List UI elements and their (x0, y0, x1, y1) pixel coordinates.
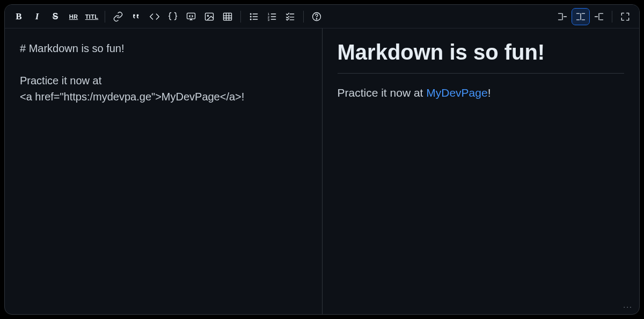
preview-text-before: Practice it now at (338, 86, 427, 99)
svg-rect-3 (224, 13, 232, 20)
title-icon: TITL (85, 13, 98, 20)
pane-right-icon (594, 11, 604, 22)
italic-button[interactable]: I (28, 9, 46, 25)
code-button[interactable] (146, 9, 163, 25)
image-icon (204, 11, 215, 22)
quote-button[interactable] (128, 9, 145, 25)
horizontal-rule-button[interactable]: HR (65, 9, 82, 25)
list-ol-icon: 123 (267, 11, 277, 22)
preview-heading: Markdown is so fun! (338, 40, 625, 74)
editor-pane[interactable]: # Markdown is so fun! Practice it now at… (5, 28, 323, 314)
preview-paragraph: Practice it now at MyDevPage! (338, 86, 625, 99)
svg-rect-1 (206, 13, 214, 20)
toolbar-separator (612, 11, 612, 23)
toolbar-separator (303, 11, 304, 23)
checklist-icon (285, 11, 296, 22)
strikethrough-button[interactable]: S (47, 9, 64, 25)
list-ul-icon (248, 11, 259, 22)
hr-icon: HR (69, 13, 78, 20)
toolbar-separator (105, 11, 105, 23)
strikethrough-icon: S (53, 12, 58, 21)
more-menu-button[interactable]: ··· (621, 301, 635, 312)
table-icon (222, 11, 233, 22)
editor-content[interactable]: # Markdown is so fun! Practice it now at… (20, 40, 307, 105)
quote-icon (131, 11, 142, 22)
split-view-button[interactable] (572, 9, 589, 25)
preview-text-after: ! (488, 86, 491, 99)
code-icon (149, 11, 160, 22)
toolbar-separator (240, 11, 241, 23)
help-button[interactable] (308, 9, 325, 25)
link-button[interactable] (109, 9, 127, 25)
comment-button[interactable] (182, 9, 200, 25)
preview-pane: Markdown is so fun! Practice it now at M… (323, 28, 640, 314)
italic-icon: I (35, 11, 39, 22)
svg-text:3: 3 (268, 18, 269, 21)
braces-icon (167, 11, 178, 22)
editor-frame: B I S HR TITL (4, 4, 640, 315)
bold-button[interactable]: B (10, 9, 27, 25)
bold-icon: B (16, 11, 22, 22)
fullscreen-icon (620, 11, 631, 22)
panes: # Markdown is so fun! Practice it now at… (5, 28, 639, 314)
table-button[interactable] (219, 9, 236, 25)
svg-point-24 (316, 18, 317, 19)
preview-only-view-button[interactable] (590, 9, 608, 25)
unordered-list-button[interactable] (245, 9, 262, 25)
svg-point-10 (250, 19, 251, 20)
svg-point-9 (250, 16, 251, 17)
comment-code-icon (186, 11, 196, 22)
code-block-button[interactable] (164, 9, 181, 25)
editor-only-view-button[interactable] (554, 9, 571, 25)
preview-link[interactable]: MyDevPage (426, 86, 487, 99)
ordered-list-button[interactable]: 123 (264, 9, 281, 25)
help-icon (311, 11, 322, 22)
title-button[interactable]: TITL (83, 9, 100, 25)
svg-rect-0 (187, 13, 195, 19)
svg-point-8 (250, 13, 251, 15)
toolbar: B I S HR TITL (5, 5, 639, 28)
pane-left-icon (557, 11, 568, 22)
pane-split-icon (575, 11, 586, 22)
image-button[interactable] (201, 9, 218, 25)
fullscreen-button[interactable] (617, 9, 634, 25)
svg-point-2 (207, 15, 209, 16)
link-icon (113, 11, 123, 22)
checklist-button[interactable] (282, 9, 299, 25)
